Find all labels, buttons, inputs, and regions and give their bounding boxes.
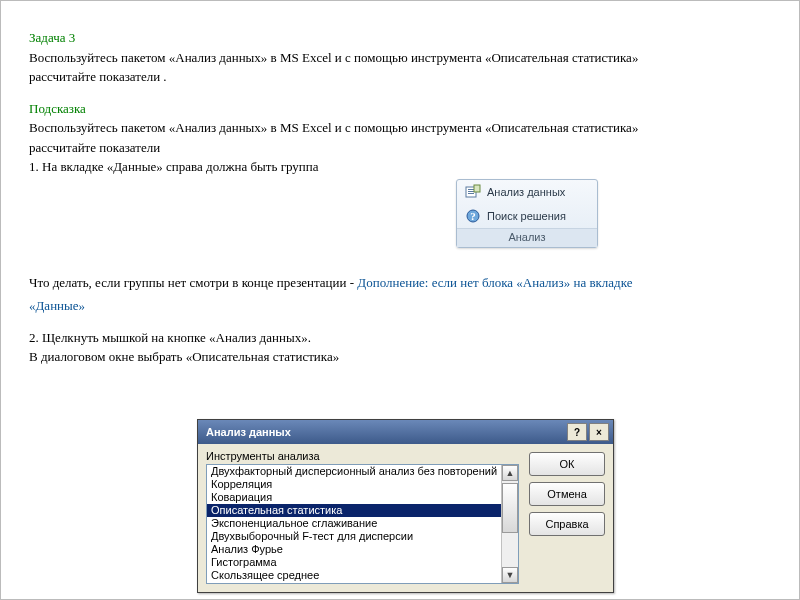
svg-rect-1 [468,189,474,190]
hint-text-line1: Воспользуйтесь пакетом «Анализ данных» в… [29,119,771,137]
analysis-dialog: Анализ данных ? × Инструменты анализа Дв… [197,419,614,593]
data-analysis-icon [465,184,481,200]
svg-rect-3 [468,193,474,194]
help-button[interactable]: Справка [529,512,605,536]
ribbon-analysis-group: Анализ данных ? Поиск решения Анализ [456,179,598,248]
document-page: Задача 3 Воспользуйтесь пакетом «Анализ … [0,0,800,600]
task-text-line2: рассчитайте показатели . [29,68,771,86]
step2-line1: 2. Щелкнуть мышкой на кнопке «Анализ дан… [29,329,771,347]
ribbon-group-caption: Анализ [457,228,597,247]
note-prefix: Что делать, если группы нет смотри в кон… [29,275,357,290]
cancel-button[interactable]: Отмена [529,482,605,506]
list-item[interactable]: Анализ Фурье [207,543,501,556]
list-item[interactable]: Генерация случайных чисел [207,582,501,583]
svg-rect-2 [468,191,474,192]
analysis-tools-listbox[interactable]: Двухфакторный дисперсионный анализ без п… [206,464,519,584]
list-item[interactable]: Двухфакторный дисперсионный анализ без п… [207,465,501,478]
list-item[interactable]: Гистограмма [207,556,501,569]
svg-rect-4 [474,185,480,192]
hint-heading: Подсказка [29,100,771,118]
scroll-down-button[interactable]: ▼ [502,567,518,583]
note-link-line1[interactable]: Дополнение: если нет блока «Анализ» на в… [357,275,632,290]
dialog-title-text: Анализ данных [206,426,291,438]
ribbon-solver-button[interactable]: ? Поиск решения [457,204,597,228]
task-text-line1: Воспользуйтесь пакетом «Анализ данных» в… [29,49,771,67]
list-item[interactable]: Ковариация [207,491,501,504]
task-heading: Задача 3 [29,29,771,47]
scroll-thumb[interactable] [502,483,518,533]
solver-icon: ? [465,208,481,224]
scroll-track[interactable] [502,481,518,567]
list-item[interactable]: Двухвыборочный F-тест для дисперсии [207,530,501,543]
scroll-up-button[interactable]: ▲ [502,465,518,481]
step2-line2: В диалоговом окне выбрать «Описательная … [29,348,771,366]
note-paragraph: Что делать, если группы нет смотри в кон… [29,274,771,292]
dialog-help-button[interactable]: ? [567,423,587,441]
hint-step1: 1. На вкладке «Данные» справа должна быт… [29,158,771,176]
hint-text-line2: рассчитайте показатели [29,139,771,157]
ribbon-item-label: Поиск решения [487,210,566,222]
ribbon-item-label: Анализ данных [487,186,565,198]
list-item[interactable]: Скользящее среднее [207,569,501,582]
ok-button[interactable]: ОК [529,452,605,476]
dialog-list-label: Инструменты анализа [206,450,519,462]
list-item[interactable]: Корреляция [207,478,501,491]
list-item[interactable]: Экспоненциальное сглаживание [207,517,501,530]
note-link-line2[interactable]: «Данные» [29,298,85,313]
svg-text:?: ? [470,210,476,222]
ribbon-data-analysis-button[interactable]: Анализ данных [457,180,597,204]
listbox-scrollbar[interactable]: ▲ ▼ [501,465,518,583]
dialog-titlebar[interactable]: Анализ данных ? × [198,420,613,444]
list-item[interactable]: Описательная статистика [207,504,501,517]
dialog-close-button[interactable]: × [589,423,609,441]
